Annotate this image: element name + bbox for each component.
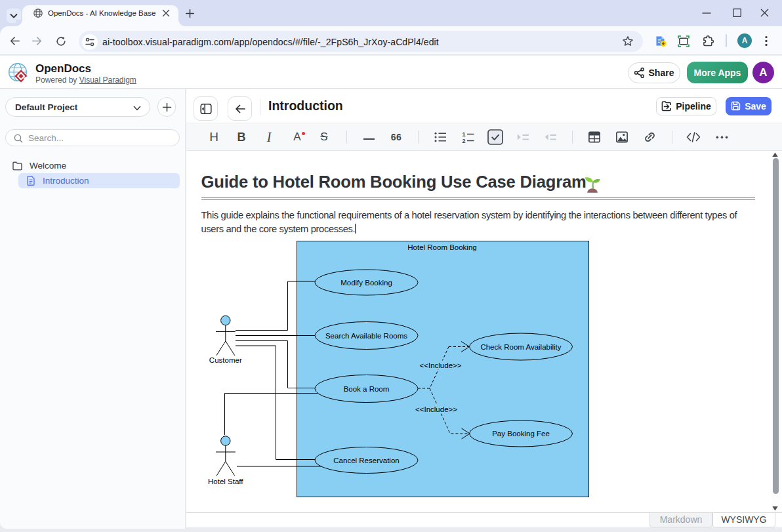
svg-text:Modify Booking: Modify Booking — [340, 279, 392, 287]
svg-text:Hotel Room Booking: Hotel Room Booking — [407, 243, 476, 251]
svg-text:Cancel Reservation: Cancel Reservation — [333, 457, 399, 464]
svg-text:Search Available Rooms: Search Available Rooms — [325, 332, 407, 340]
svg-text:<<Include>>: <<Include>> — [420, 361, 462, 369]
svg-text:1: 1 — [462, 131, 465, 138]
svg-text:Book a Room: Book a Room — [344, 385, 390, 393]
svg-text:2: 2 — [462, 137, 465, 142]
svg-text:Check Room Availability: Check Room Availability — [480, 343, 561, 351]
svg-text:Pay Booking Fee: Pay Booking Fee — [492, 430, 550, 438]
svg-text:Hotel Staff: Hotel Staff — [208, 478, 243, 485]
svg-text:<<Include>>: <<Include>> — [415, 405, 457, 413]
svg-text:Customer: Customer — [209, 356, 242, 364]
